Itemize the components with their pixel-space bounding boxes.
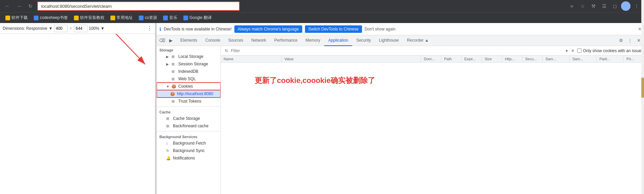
db-icon-local: ⊞ bbox=[172, 55, 177, 59]
separator: × bbox=[70, 26, 72, 31]
th-path: Path bbox=[441, 56, 462, 62]
tab-sources[interactable]: Sources bbox=[224, 35, 247, 46]
bookmark-address[interactable]: 常用地址 bbox=[108, 14, 135, 22]
refresh-filter-button[interactable]: ↻ bbox=[224, 48, 230, 54]
cache-section-header: Cache bbox=[157, 108, 221, 115]
sidebar-item-notifications[interactable]: 🔔 Notifications bbox=[157, 154, 221, 162]
share-button[interactable]: ⎆ bbox=[567, 1, 576, 11]
bookmark-cs[interactable]: cs资源 bbox=[136, 14, 160, 22]
bookmarks-bar: 软件下载 codesheep书签 软件安装教程 常用地址 cs资源 音乐 Goo… bbox=[0, 12, 644, 23]
width-input[interactable] bbox=[54, 25, 68, 32]
main-layout: Dimensions: Responsive ▼ × 100% ▼ ⋮ bbox=[0, 23, 644, 194]
sidebar-item-websql[interactable]: ⊞ Web SQL bbox=[157, 75, 221, 83]
device-toolbar-button[interactable]: ⌫ bbox=[158, 37, 166, 45]
annotation-text: 更新了cookie,coookie确实被删除了 bbox=[255, 76, 375, 86]
sidebar-item-cookies[interactable]: ▼ 🍪 Cookies bbox=[157, 83, 221, 90]
sidebar-item-bg-fetch[interactable]: ↕ Background Fetch bbox=[157, 139, 221, 147]
sidebar-label-bfcache: Back/forward cache bbox=[173, 124, 208, 128]
more-options-button[interactable]: ⋮ bbox=[147, 25, 152, 31]
tab-performance[interactable]: Performance bbox=[270, 35, 302, 46]
sidebar-item-cache-storage[interactable]: ⊞ Cache Storage bbox=[157, 115, 221, 122]
th-size: Size bbox=[482, 56, 502, 62]
tab-security[interactable]: Security bbox=[352, 35, 375, 46]
clear-filter-button[interactable]: ✕ bbox=[570, 48, 576, 54]
bookmark-codesheep[interactable]: codesheep书签 bbox=[31, 14, 71, 22]
bookmark-software[interactable]: 软件下载 bbox=[3, 14, 30, 22]
webpage-panel: Dimensions: Responsive ▼ × 100% ▼ ⋮ bbox=[0, 23, 155, 194]
sidebar-item-localhost[interactable]: 🍪 http://localhost:8080 bbox=[157, 90, 221, 98]
expand-icon-cookies: ▼ bbox=[166, 85, 170, 88]
bookmark-icon-address bbox=[110, 16, 115, 20]
scroll-thumb[interactable] bbox=[641, 78, 644, 98]
sidebar-item-bfcache[interactable]: ⊞ Back/forward cache bbox=[157, 122, 221, 130]
back-button[interactable]: ← bbox=[3, 1, 12, 11]
issue-filter-label: Only show cookies with an issue bbox=[583, 48, 641, 53]
db-icon-idb: ⊞ bbox=[172, 69, 177, 74]
bookmark-translate[interactable]: Google 翻译 bbox=[181, 14, 214, 22]
sidebar-label-local-storage: Local Storage bbox=[178, 54, 203, 59]
sidebar-label-trust-tokens: Trust Tokens bbox=[178, 99, 201, 104]
sidebar-item-bg-sync[interactable]: ↻ Background Sync bbox=[157, 147, 221, 154]
table-header: Name Value Dom... Path Expir... Size Htt… bbox=[221, 56, 644, 63]
db-icon-trust: ⊞ bbox=[172, 99, 177, 104]
forward-button[interactable]: → bbox=[14, 1, 24, 11]
bg-sync-icon: ↻ bbox=[166, 149, 172, 153]
tab-security-label: Security bbox=[356, 38, 371, 43]
db-icon-session: ⊞ bbox=[172, 62, 177, 66]
sidebar-label-cache-storage: Cache Storage bbox=[173, 116, 200, 121]
issue-filter-checkbox[interactable] bbox=[577, 48, 582, 53]
zoom-value: 100% bbox=[89, 26, 99, 31]
switch-chinese-button[interactable]: Switch DevTools to Chinese bbox=[305, 25, 362, 33]
more-tabs-button[interactable]: ⋮ bbox=[626, 37, 634, 45]
bookmark-icon-cs bbox=[139, 16, 144, 20]
bookmark-install[interactable]: 软件安装教程 bbox=[71, 14, 107, 22]
tab-search-button[interactable]: ☰ bbox=[599, 1, 609, 11]
bookmark-music[interactable]: 音乐 bbox=[160, 14, 180, 22]
height-input[interactable] bbox=[74, 25, 87, 32]
tab-recorder[interactable]: Recorder ▲ bbox=[403, 35, 433, 46]
dont-show-link[interactable]: Don't show again bbox=[365, 27, 396, 31]
devtools-infobar: ℹ DevTools is now available in Chinese! … bbox=[157, 23, 644, 35]
tab-console[interactable]: Console bbox=[201, 35, 224, 46]
sidebar-item-local-storage[interactable]: ▶ ⊞ Local Storage bbox=[157, 53, 221, 60]
devtools-panel: ℹ DevTools is now available in Chinese! … bbox=[157, 23, 644, 194]
sidebar-label-session-storage: Session Storage bbox=[178, 62, 208, 66]
th-value: Value bbox=[282, 56, 421, 62]
bookmark-icon-translate bbox=[183, 16, 188, 20]
sidebar-item-indexeddb[interactable]: ⊞ IndexedDB bbox=[157, 68, 221, 75]
infobar-close-button[interactable]: × bbox=[638, 26, 641, 32]
filter-input[interactable] bbox=[231, 48, 563, 53]
profile-button[interactable] bbox=[621, 1, 630, 11]
inspect-button[interactable]: ▶ bbox=[167, 37, 175, 45]
sidebar-item-session-storage[interactable]: ▶ ⊞ Session Storage bbox=[157, 60, 221, 68]
extensions-button[interactable]: ⚒ bbox=[589, 1, 598, 11]
tab-memory[interactable]: Memory bbox=[302, 35, 324, 46]
refresh-button[interactable]: ↻ bbox=[26, 1, 35, 11]
th-samesite2: Sam... bbox=[570, 56, 597, 62]
settings-button[interactable]: ⚙ bbox=[617, 37, 625, 45]
sidebar-label-cookies: Cookies bbox=[178, 84, 193, 89]
tab-application[interactable]: Application bbox=[324, 35, 352, 46]
restore-button[interactable]: ◻ bbox=[610, 1, 620, 11]
filter-bar: ↻ ▾ ✕ Only show cookies with an issue bbox=[221, 46, 644, 56]
menu-button[interactable]: ⋮ bbox=[632, 1, 641, 11]
bookmark-label-software: 软件下载 bbox=[11, 15, 28, 21]
sidebar-item-trust-tokens[interactable]: ⊞ Trust Tokens bbox=[157, 98, 221, 105]
tab-network[interactable]: Network bbox=[247, 35, 270, 46]
devtools-tabs: ⌫ ▶ Elements Console Sources Network Per… bbox=[157, 35, 644, 46]
issue-filter-checkbox-label[interactable]: Only show cookies with an issue bbox=[577, 48, 641, 53]
arrow-annotation bbox=[0, 34, 155, 194]
th-samesite1: Sam... bbox=[543, 56, 570, 62]
filter-options-button[interactable]: ▾ bbox=[564, 48, 569, 54]
th-expires: Expir... bbox=[462, 56, 482, 62]
match-language-button[interactable]: Always match Chrome's language bbox=[234, 25, 302, 33]
sidebar-label-bg-fetch: Background Fetch bbox=[173, 141, 206, 146]
tab-recorder-label: Recorder ▲ bbox=[407, 38, 429, 43]
address-bar[interactable]: localhost:8080/secondServlet/clearn bbox=[37, 1, 240, 11]
tab-lighthouse[interactable]: Lighthouse bbox=[375, 35, 403, 46]
tab-elements[interactable]: Elements bbox=[176, 35, 201, 46]
scrollbar[interactable] bbox=[641, 46, 644, 194]
expand-icon-session: ▶ bbox=[166, 62, 170, 66]
bookmark-button[interactable]: ☆ bbox=[578, 1, 587, 11]
sidebar-label-bg-sync: Background Sync bbox=[173, 148, 205, 153]
